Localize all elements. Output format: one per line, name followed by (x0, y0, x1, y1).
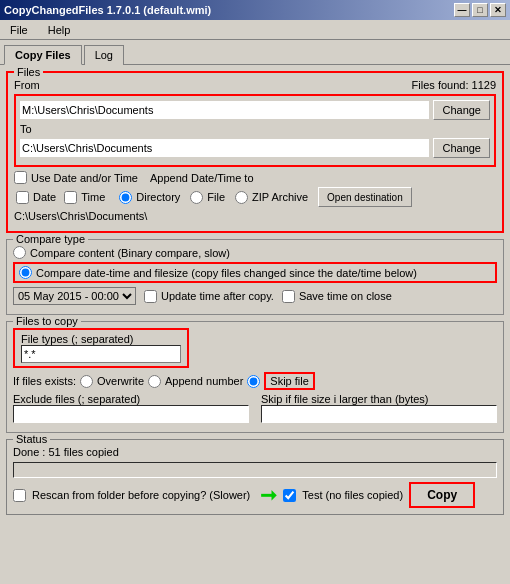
close-button[interactable]: ✕ (490, 3, 506, 17)
skip-file-radio[interactable] (247, 375, 260, 388)
tabs-bar: Copy Files Log (0, 40, 510, 64)
dest-path: C:\Users\Chris\Documents\ (14, 210, 147, 222)
from-to-box: Change To Change (14, 94, 496, 167)
compare-option1-row: Compare content (Binary compare, slow) (13, 246, 497, 259)
status-section: Status Done : 51 files copied Rescan fro… (6, 439, 504, 515)
date-option-label: Date (33, 191, 56, 203)
directory-radio[interactable] (119, 191, 132, 204)
exclude-row: Exclude files (; separated) Skip if file… (13, 393, 497, 423)
menu-help[interactable]: Help (42, 22, 77, 38)
compare-content-radio[interactable] (13, 246, 26, 259)
bottom-row: Rescan from folder before copying? (Slow… (13, 482, 497, 508)
open-destination-button[interactable]: Open destination (318, 187, 412, 207)
to-label-row: To (20, 123, 490, 135)
save-time-checkbox[interactable] (282, 290, 295, 303)
file-types-input[interactable] (21, 345, 181, 363)
files-section-label: Files (14, 66, 43, 78)
to-label: To (20, 123, 32, 135)
rescan-label: Rescan from folder before copying? (Slow… (32, 489, 250, 501)
update-time-checkbox[interactable] (144, 290, 157, 303)
status-label: Status (13, 433, 50, 445)
menu-bar: File Help (0, 20, 510, 40)
test-label: Test (no files copied) (302, 489, 403, 501)
from-input-row: Change (20, 100, 490, 120)
skip-file-label: Skip file (264, 372, 315, 390)
overwrite-label: Overwrite (97, 375, 144, 387)
overwrite-radio[interactable] (80, 375, 93, 388)
progress-bar (13, 462, 497, 478)
use-date-time-label: Use Date and/or Time (31, 172, 138, 184)
file-types-label: File types (; separated) (21, 333, 181, 345)
if-exists-row: If files exists: Overwrite Append number… (13, 372, 497, 390)
to-input-row: Change (20, 138, 490, 158)
date-checkbox[interactable] (16, 191, 29, 204)
use-date-checkbox[interactable] (14, 171, 27, 184)
skip-size-input[interactable] (261, 405, 497, 423)
date-time-row: Use Date and/or Time Append Date/Time to (14, 171, 496, 184)
append-label: Append Date/Time to (150, 172, 254, 184)
skip-size-label: Skip if file size i larger than (bytes) (261, 393, 497, 405)
file-label: File (207, 191, 225, 203)
change-to-button[interactable]: Change (433, 138, 490, 158)
compare-type-legend: Compare type (13, 233, 88, 245)
title-bar: CopyChangedFiles 1.7.0.1 (default.wmi) —… (0, 0, 510, 20)
menu-file[interactable]: File (4, 22, 34, 38)
compare-content-label: Compare content (Binary compare, slow) (30, 247, 230, 259)
exclude-col: Exclude files (; separated) (13, 393, 249, 423)
append-number-label: Append number (165, 375, 243, 387)
from-row: From Files found: 1129 (14, 79, 496, 91)
files-to-copy-section: Files to copy File types (; separated) I… (6, 321, 504, 433)
test-checkbox[interactable] (283, 489, 296, 502)
append-options-row: Date Time Directory File ZIP Archive Ope… (14, 187, 496, 207)
directory-label: Directory (136, 191, 180, 203)
if-exists-label: If files exists: (13, 375, 76, 387)
rescan-checkbox[interactable] (13, 489, 26, 502)
compare-datetime-radio[interactable] (19, 266, 32, 279)
append-number-radio[interactable] (148, 375, 161, 388)
zip-label: ZIP Archive (252, 191, 308, 203)
minimize-button[interactable]: — (454, 3, 470, 17)
change-from-button[interactable]: Change (433, 100, 490, 120)
file-types-box: File types (; separated) (13, 328, 189, 368)
window-title: CopyChangedFiles 1.7.0.1 (default.wmi) (4, 4, 211, 16)
green-arrow-icon: ➞ (260, 483, 277, 507)
date-time-options-row: 05 May 2015 - 00:00 Update time after co… (13, 287, 497, 305)
save-time-label: Save time on close (299, 290, 392, 302)
compare-datetime-label: Compare date-time and filesize (copy fil… (36, 267, 417, 279)
file-radio[interactable] (190, 191, 203, 204)
update-time-label: Update time after copy. (161, 290, 274, 302)
files-section: Files From Files found: 1129 Change To C… (6, 71, 504, 233)
to-input[interactable] (20, 139, 429, 157)
time-option-label: Time (81, 191, 105, 203)
done-text: Done : 51 files copied (13, 446, 497, 458)
time-checkbox[interactable] (64, 191, 77, 204)
skip-size-col: Skip if file size i larger than (bytes) (261, 393, 497, 423)
tab-log[interactable]: Log (84, 45, 124, 65)
files-to-copy-legend: Files to copy (13, 315, 81, 327)
date-dropdown[interactable]: 05 May 2015 - 00:00 (13, 287, 136, 305)
from-input[interactable] (20, 101, 429, 119)
maximize-button[interactable]: □ (472, 3, 488, 17)
exclude-input[interactable] (13, 405, 249, 423)
dest-path-row: C:\Users\Chris\Documents\ (14, 210, 496, 222)
exclude-label: Exclude files (; separated) (13, 393, 249, 405)
title-bar-buttons: — □ ✕ (454, 3, 506, 17)
compare-type-section: Compare type Compare content (Binary com… (6, 239, 504, 315)
compare-datetime-row: Compare date-time and filesize (copy fil… (13, 262, 497, 283)
tab-copy-files[interactable]: Copy Files (4, 45, 82, 65)
zip-radio[interactable] (235, 191, 248, 204)
copy-button[interactable]: Copy (409, 482, 475, 508)
files-found: Files found: 1129 (412, 79, 496, 91)
main-content: Files From Files found: 1129 Change To C… (0, 64, 510, 527)
from-label: From (14, 79, 40, 91)
